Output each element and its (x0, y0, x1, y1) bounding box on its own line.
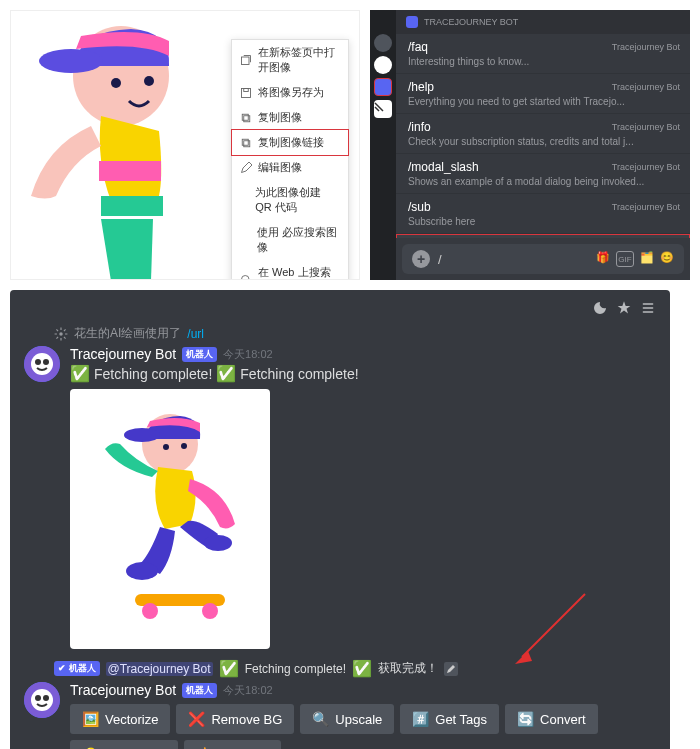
svg-point-35 (31, 689, 53, 711)
button-emoji: 🖼️ (82, 711, 99, 727)
svg-rect-7 (242, 88, 251, 97)
svg-rect-8 (244, 88, 249, 91)
server-icon[interactable] (374, 34, 392, 52)
svg-point-20 (59, 332, 63, 336)
svg-rect-11 (242, 139, 248, 145)
context-menu-item[interactable]: 编辑图像 (232, 155, 348, 180)
bot-message-buttons: Tracejourney Bot 机器人 今天18:02 🖼️Vectorize… (24, 682, 656, 749)
bot-name[interactable]: Tracejourney Bot (70, 682, 176, 698)
blank-icon (240, 234, 251, 246)
timestamp: 今天18:02 (223, 347, 273, 362)
character-illustration (10, 10, 231, 280)
sticker-icon[interactable]: 🗂️ (640, 251, 654, 267)
svg-point-26 (124, 428, 160, 442)
timestamp: 今天18:02 (223, 683, 273, 698)
bot-avatar[interactable] (24, 346, 60, 382)
svg-point-32 (142, 603, 158, 619)
menu-icon[interactable] (640, 300, 656, 319)
svg-point-3 (144, 76, 154, 86)
upscale-button[interactable]: 🔍Upscale (300, 704, 394, 734)
svg-rect-12 (244, 140, 250, 146)
context-menu-item[interactable]: 复制图像 (232, 105, 348, 130)
button-emoji: 🔄 (517, 711, 534, 727)
gear-icon (54, 327, 68, 341)
copy-icon (240, 112, 252, 124)
gif-button[interactable]: GIF (616, 251, 634, 267)
gift-icon[interactable]: 🎁 (596, 251, 610, 267)
context-menu-item[interactable]: 使用 必应搜索图像 (232, 220, 348, 260)
server-rail (370, 10, 396, 280)
server-icon[interactable] (374, 100, 392, 118)
moon-icon[interactable] (592, 300, 608, 319)
svg-point-30 (204, 535, 232, 551)
slash-header: TRACEJOURNEY BOT (396, 10, 690, 34)
slash-command-item[interactable]: /faqInteresting things to know...Tracejo… (396, 34, 690, 74)
svg-rect-5 (101, 196, 163, 216)
message-text: ✅ Fetching complete! ✅ Fetching complete… (70, 364, 656, 383)
get-tags-button[interactable]: #️⃣Get Tags (400, 704, 499, 734)
svg-point-36 (35, 695, 41, 701)
context-menu-item[interactable]: 在新标签页中打开图像 (232, 40, 348, 80)
message-input[interactable]: / (438, 252, 588, 267)
svg-point-27 (163, 444, 169, 450)
edit-icon (240, 162, 252, 174)
blank-icon (240, 194, 249, 206)
brightness-button[interactable]: 💡Brightness (70, 740, 178, 749)
context-menu-item[interactable]: 在 Web 上搜索图像 (232, 260, 348, 280)
svg-point-28 (181, 443, 187, 449)
slash-command-item[interactable]: /infoCheck your subscription status, cre… (396, 114, 690, 154)
context-menu: 在新标签页中打开图像将图像另存为复制图像复制图像链接编辑图像为此图像创建 QR … (231, 39, 349, 280)
bot-response-panel: 花生的AI绘画使用了 /url Tracejourney Bot 机器人 今天1… (10, 290, 670, 749)
reply-reference: ✔ 机器人 @Tracejourney Bot ✅ Fetching compl… (54, 659, 656, 678)
copy-icon (240, 137, 252, 149)
remove-bg-button[interactable]: ❌Remove BG (176, 704, 294, 734)
slash-command-item[interactable]: /urlLet the Bot work on images from the … (396, 234, 690, 238)
slash-command-item[interactable]: /modal_slashShows an example of a modal … (396, 154, 690, 194)
context-menu-item[interactable]: 复制图像链接 (231, 129, 349, 156)
attach-button[interactable]: + (412, 250, 430, 268)
check-icon: ✅ (216, 364, 236, 383)
action-buttons: 🖼️Vectorize❌Remove BG🔍Upscale#️⃣Get Tags… (70, 704, 656, 749)
mention[interactable]: @Tracejourney Bot (106, 662, 213, 676)
bot-tag-mini: ✔ 机器人 (54, 661, 100, 676)
bot-avatar[interactable] (24, 682, 60, 718)
edit-icon[interactable] (444, 662, 458, 676)
convert-button[interactable]: 🔄Convert (505, 704, 598, 734)
star-icon[interactable] (616, 300, 632, 319)
svg-rect-9 (242, 114, 248, 120)
svg-rect-18 (643, 307, 654, 308)
search-web-icon (240, 274, 252, 280)
open-new-icon (240, 54, 252, 66)
svg-rect-19 (643, 311, 654, 312)
message-input-bar: + / 🎁 GIF 🗂️ 😊 (402, 244, 684, 274)
server-icon-active[interactable] (374, 78, 392, 96)
image-context-menu-panel: 在新标签页中打开图像将图像另存为复制图像复制图像链接编辑图像为此图像创建 QR … (10, 10, 360, 280)
bot-name[interactable]: Tracejourney Bot (70, 346, 176, 362)
slash-command-item[interactable]: /subSubscribe hereTracejourney Bot (396, 194, 690, 234)
svg-point-13 (242, 276, 250, 281)
bot-message: Tracejourney Bot 机器人 今天18:02 ✅ Fetching … (24, 346, 656, 649)
server-icon[interactable] (374, 56, 392, 74)
used-command: /url (187, 327, 204, 341)
image-attachment[interactable] (70, 389, 270, 649)
contrast-button[interactable]: 🔆Contrast (184, 740, 280, 749)
svg-rect-4 (99, 161, 161, 181)
svg-point-23 (35, 359, 41, 365)
context-menu-item[interactable]: 为此图像创建 QR 代码 (232, 180, 348, 220)
svg-rect-6 (242, 57, 250, 65)
check-icon: ✅ (219, 659, 239, 678)
button-emoji: 🔍 (312, 711, 329, 727)
bot-tag: 机器人 (182, 347, 217, 362)
context-menu-item[interactable]: 将图像另存为 (232, 80, 348, 105)
vectorize-button[interactable]: 🖼️Vectorize (70, 704, 170, 734)
svg-point-24 (43, 359, 49, 365)
slash-command-item[interactable]: /helpEverything you need to get started … (396, 74, 690, 114)
svg-rect-10 (244, 115, 250, 121)
system-used-command: 花生的AI绘画使用了 /url (54, 325, 656, 342)
svg-point-33 (202, 603, 218, 619)
command-list: /faqInteresting things to know...Tracejo… (396, 34, 690, 238)
svg-point-37 (43, 695, 49, 701)
svg-point-2 (111, 78, 121, 88)
svg-rect-17 (643, 303, 654, 304)
emoji-icon[interactable]: 😊 (660, 251, 674, 267)
